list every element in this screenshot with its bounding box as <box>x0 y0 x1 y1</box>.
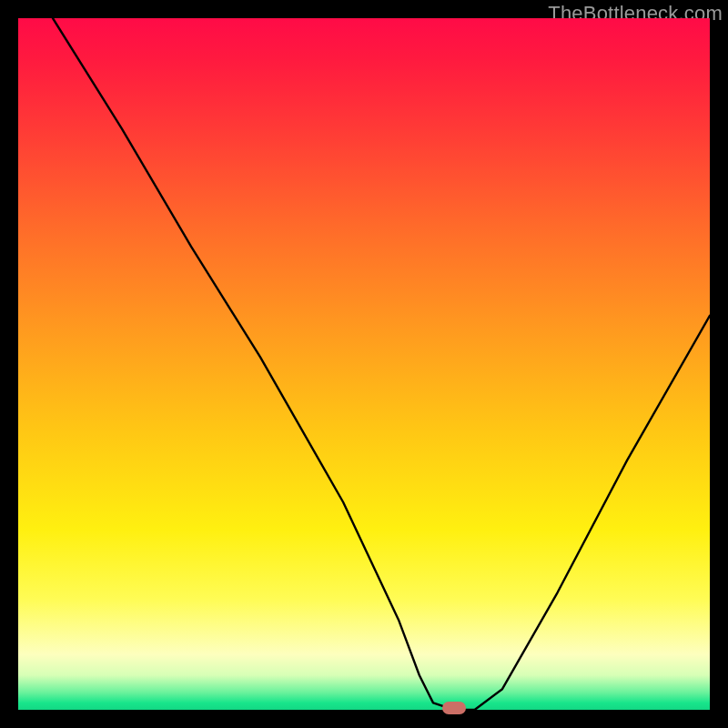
curve-svg <box>18 18 710 710</box>
curve-path <box>53 18 710 710</box>
min-marker <box>442 702 466 714</box>
plot-area <box>18 18 710 710</box>
chart-frame: TheBottleneck.com <box>0 0 728 728</box>
